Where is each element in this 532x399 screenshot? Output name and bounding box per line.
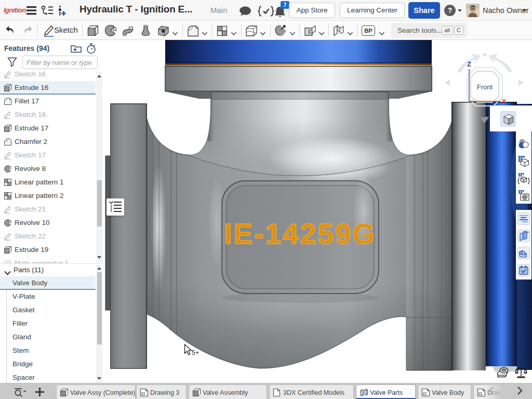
feature-row[interactable]: Linear pattern 1 xyxy=(0,176,96,189)
sketch-icon[interactable] xyxy=(43,24,55,39)
parts-scrollbar[interactable] xyxy=(96,265,102,383)
view-cube-front-face[interactable]: Front xyxy=(477,83,493,91)
parts-section-header[interactable]: Parts (11) xyxy=(0,263,104,276)
sketch-button[interactable]: Sketch xyxy=(54,25,78,34)
redo-icon[interactable] xyxy=(22,25,33,37)
new-tab-plus-icon[interactable] xyxy=(35,387,45,399)
custom-feature-bp-button[interactable]: BP xyxy=(362,25,375,36)
filter-funnel-icon[interactable] xyxy=(7,57,17,69)
thicken-menu-caret-icon[interactable] xyxy=(172,29,178,38)
section-manipulator-arrow[interactable] xyxy=(479,116,489,124)
view-cube[interactable]: Front Z X xyxy=(442,50,530,114)
right-flange[interactable] xyxy=(451,102,486,370)
move-face-tool-icon[interactable] xyxy=(274,24,287,39)
user-menu-caret-icon[interactable] xyxy=(523,9,527,12)
help-caret-icon[interactable] xyxy=(458,9,462,12)
feature-row[interactable]: Revolve 10 xyxy=(0,216,96,230)
part-row[interactable]: Gasket xyxy=(0,303,96,317)
sweep-tool-icon[interactable] xyxy=(123,24,135,39)
feature-script-icon[interactable] xyxy=(258,6,274,19)
filter-input[interactable]: Filter by name or type xyxy=(22,56,98,69)
feature-row[interactable]: Linear pattern 2 xyxy=(0,189,96,203)
document-tab[interactable]: 3DX Certified Models xyxy=(269,384,354,399)
feature-row[interactable]: Sketch 22 xyxy=(0,230,96,243)
measure-tool-icon[interactable] xyxy=(497,367,510,381)
graphics-viewport[interactable]: IE-14259G xyxy=(104,40,532,383)
feature-row[interactable]: Extrude 19 xyxy=(0,243,96,257)
part-row[interactable]: Gland xyxy=(0,330,96,344)
split-tool-icon[interactable] xyxy=(245,25,258,39)
fillet-tool-icon[interactable] xyxy=(187,25,199,39)
render-studio-icon[interactable] xyxy=(517,189,530,202)
learning-center-button[interactable]: Learning Center xyxy=(340,3,405,18)
feature-row[interactable]: Sketch 16 xyxy=(0,71,96,81)
pattern-tool-icon[interactable] xyxy=(217,25,228,38)
feature-row[interactable]: Extrude 16 xyxy=(0,81,96,95)
app-store-button[interactable]: App Store xyxy=(289,3,335,18)
configurations-panel-icon[interactable] xyxy=(517,212,530,225)
hamburger-menu-icon[interactable] xyxy=(26,6,37,17)
split-menu-caret-icon[interactable] xyxy=(260,29,266,38)
pattern-menu-caret-icon[interactable] xyxy=(231,29,237,38)
part-row[interactable]: Bridge xyxy=(0,357,96,371)
revolve-tool-icon[interactable] xyxy=(105,25,117,38)
feature-row[interactable]: Sketch 21 xyxy=(0,203,96,216)
blue-plate-part[interactable] xyxy=(486,102,520,371)
feature-row[interactable]: Sketch 18 xyxy=(0,108,96,122)
document-title[interactable]: Hydraulic T - Ignition E... xyxy=(79,4,192,15)
document-tab[interactable]: Valve Parts xyxy=(356,384,416,399)
user-avatar[interactable] xyxy=(466,4,480,17)
appearance-panel-icon[interactable] xyxy=(517,138,530,150)
feature-row[interactable]: Mate connector 1 xyxy=(0,257,96,263)
tabs-scroll-right-icon[interactable] xyxy=(516,386,524,398)
user-name[interactable]: Nacho Owner xyxy=(483,6,529,15)
versions-history-icon[interactable] xyxy=(41,6,54,18)
custom-tables-icon[interactable] xyxy=(517,172,530,184)
part-row[interactable]: Valve Body xyxy=(0,276,96,290)
plane-menu-caret-icon[interactable] xyxy=(318,29,325,38)
part-row[interactable]: Stem xyxy=(0,344,96,357)
versions-panel-icon[interactable] xyxy=(517,264,530,276)
feature-row[interactable]: Sketch 17 xyxy=(0,149,96,162)
document-tab[interactable]: Valve Body xyxy=(418,384,471,399)
display-states-icon[interactable] xyxy=(517,155,530,167)
feature-row[interactable]: Fillet 17 xyxy=(0,95,96,108)
features-scrollbar[interactable] xyxy=(96,72,102,263)
document-tab[interactable]: Valve Assembly xyxy=(189,384,267,399)
comments-icon[interactable] xyxy=(238,6,252,19)
bom-panel-icon[interactable] xyxy=(517,247,530,259)
left-flange[interactable] xyxy=(105,103,147,369)
bp-menu-caret-icon[interactable] xyxy=(379,29,385,38)
help-icon[interactable]: ? xyxy=(444,5,456,18)
feature-row[interactable]: Chamfer 2 xyxy=(0,135,96,149)
search-tools-box[interactable]: Search tools... alt C xyxy=(391,23,467,38)
feature-row[interactable]: Revolve 8 xyxy=(0,162,96,176)
company-logo[interactable]: Ignition xyxy=(4,5,25,16)
rollback-stopwatch-icon[interactable] xyxy=(86,43,97,56)
mass-properties-icon[interactable] xyxy=(515,366,527,381)
sheet-metal-tool-icon[interactable] xyxy=(332,25,345,38)
part-row[interactable]: Filler xyxy=(0,317,96,330)
part-row[interactable]: V-Plate xyxy=(0,290,96,303)
parts-list-panel-icon[interactable] xyxy=(517,230,530,242)
feature-row[interactable]: Extrude 17 xyxy=(0,122,96,135)
sheet-metal-menu-caret-icon[interactable] xyxy=(347,29,353,38)
undo-icon[interactable] xyxy=(5,25,16,37)
tabs-scroll-left-icon[interactable] xyxy=(487,386,495,398)
viewcube-home-button[interactable] xyxy=(500,111,516,127)
boss-pad[interactable]: IE-14259G xyxy=(222,175,379,303)
insert-version-icon[interactable] xyxy=(57,6,68,18)
plane-tool-icon[interactable] xyxy=(304,25,316,38)
document-tab[interactable]: Drawing 3 xyxy=(136,384,187,399)
part-row[interactable]: Spacer xyxy=(0,371,96,383)
loft-tool-icon[interactable] xyxy=(140,24,152,39)
document-tab[interactable]: Valve Assy (Complete) xyxy=(56,384,136,399)
bonnet-part[interactable] xyxy=(165,40,432,65)
create-folder-icon[interactable] xyxy=(71,44,82,56)
move-face-menu-caret-icon[interactable] xyxy=(289,29,296,38)
fillet-menu-caret-icon[interactable] xyxy=(202,29,208,38)
thicken-tool-icon[interactable] xyxy=(157,25,170,39)
workspace-name[interactable]: Main xyxy=(210,6,228,15)
extrude-tool-icon[interactable] xyxy=(87,25,99,38)
search-tabs-icon[interactable] xyxy=(14,388,26,399)
